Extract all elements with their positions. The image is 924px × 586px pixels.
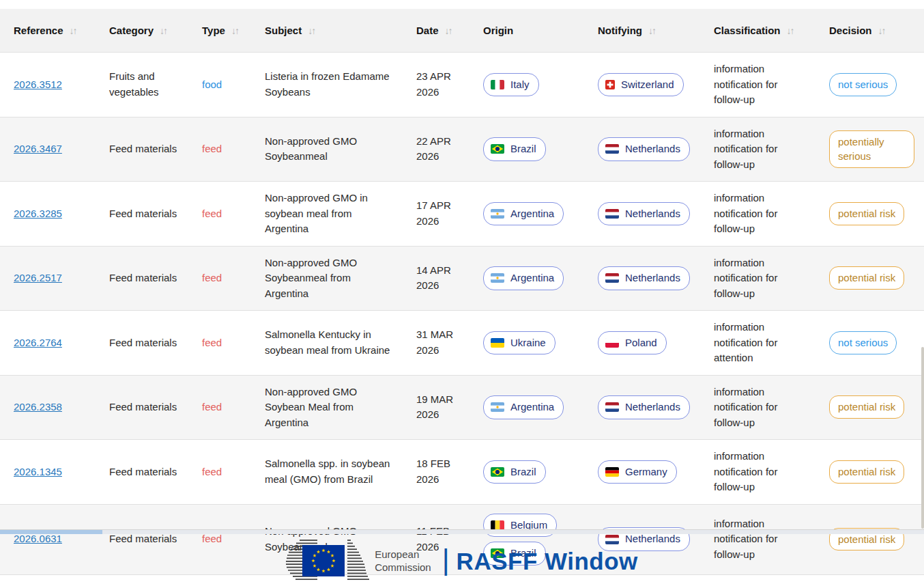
country-label: Poland [625, 335, 657, 351]
flag-brazil-icon [491, 467, 504, 477]
reference-link[interactable]: 2026.2517 [14, 272, 62, 283]
ec-wordmark-line2: Commission [375, 561, 431, 574]
subject-text: Non-approved GMO Soybeanmeal [265, 135, 357, 163]
sort-icon[interactable]: ↓↑ [445, 25, 452, 36]
sort-icon[interactable]: ↓↑ [160, 25, 167, 36]
cell-category: Feed materials [96, 440, 188, 505]
cell-notifying: Poland [584, 311, 700, 376]
category-text: Feed materials [109, 401, 177, 413]
date-text: 23 APR 2026 [416, 70, 451, 98]
cell-type: feed [188, 375, 251, 440]
sort-icon[interactable]: ↓↑ [308, 25, 315, 36]
table-row: 2026.1345Feed materialsfeedSalmonella sp… [0, 440, 924, 505]
origin-pill-list: Italy [483, 73, 575, 97]
type-tag: feed [202, 401, 222, 413]
notifying-pill-list: Netherlands [598, 266, 691, 290]
category-text: Feed materials [109, 272, 177, 283]
reference-link[interactable]: 2026.3512 [14, 79, 62, 90]
reference-link[interactable]: 2026.3467 [14, 143, 62, 154]
type-tag: feed [202, 208, 222, 219]
sort-icon[interactable]: ↓↑ [70, 25, 76, 36]
cell-date: 31 MAR 2026 [403, 311, 470, 376]
column-header-type[interactable]: Type↓↑ [188, 9, 251, 53]
horizontal-scrollbar[interactable] [0, 529, 924, 534]
vertical-scrollbar[interactable] [921, 347, 924, 529]
sort-icon[interactable]: ↓↑ [648, 25, 655, 36]
type-tag: feed [202, 337, 222, 348]
sort-icon[interactable]: ↓↑ [878, 25, 885, 36]
country-label: Brazil [510, 141, 536, 157]
cell-subject: Salmonella Kentucky in soybean meal from… [251, 311, 403, 376]
column-label: Classification [714, 25, 781, 36]
flag-germany-icon [605, 467, 619, 477]
cell-type: food [188, 53, 251, 117]
column-header-date[interactable]: Date↓↑ [403, 9, 470, 53]
table-row: 2026.2764Feed materialsfeedSalmonella Ke… [0, 311, 924, 376]
notifying-pill-list: Poland [598, 331, 691, 355]
date-text: 17 APR 2026 [416, 199, 451, 227]
column-label: Date [416, 25, 439, 36]
category-text: Feed materials [109, 143, 177, 154]
notifying-country-pill: Germany [598, 460, 677, 484]
column-header-reference[interactable]: Reference↓↑ [0, 9, 96, 53]
sort-icon[interactable]: ↓↑ [231, 25, 238, 36]
category-text: Feed materials [109, 466, 177, 477]
country-label: Netherlands [625, 270, 680, 286]
eu-flag [302, 545, 345, 576]
notifications-table-container: Reference↓↑Category↓↑Type↓↑Subject↓↑Date… [0, 9, 924, 575]
origin-country-pill: Argentina [483, 395, 564, 419]
cell-decision: potential risk [815, 182, 924, 247]
origin-pill-list: Argentina [483, 395, 575, 419]
cell-category: Feed materials [96, 117, 188, 182]
cell-reference: 2026.2517 [0, 246, 96, 311]
date-text: 22 APR 2026 [416, 135, 451, 163]
type-tag: feed [202, 143, 222, 154]
notifying-country-pill: Netherlands [598, 202, 690, 226]
category-text: Feed materials [109, 208, 177, 219]
reference-link[interactable]: 2026.1345 [14, 466, 62, 477]
cell-category: Fruits and vegetables [96, 53, 188, 117]
origin-country-pill: Italy [483, 73, 539, 97]
country-label: Ukraine [510, 335, 546, 351]
column-header-decision[interactable]: Decision↓↑ [815, 9, 924, 53]
classification-text: information notification for follow-up [714, 63, 777, 105]
european-commission-logo [286, 539, 369, 584]
app-title: RASFF Window [457, 548, 638, 575]
column-header-notifying[interactable]: Notifying↓↑ [584, 9, 700, 53]
classification-text: information notification for follow-up [714, 192, 777, 234]
reference-link[interactable]: 2026.2764 [14, 337, 62, 348]
column-header-classification[interactable]: Classification↓↑ [700, 9, 815, 53]
classification-text: information notification for follow-up [714, 257, 777, 299]
subject-text: Listeria in frozen Edamame Soybeans [265, 70, 390, 98]
cell-origin: Argentina [470, 375, 584, 440]
footer-separator: | [442, 546, 450, 574]
cell-notifying: Netherlands [584, 246, 700, 311]
decision-badge: not serious [829, 73, 897, 96]
cell-notifying: Switzerland [584, 53, 700, 117]
table-row: 2026.2517Feed materialsfeedNon-approved … [0, 246, 924, 311]
flag-netherlands-icon [605, 144, 619, 154]
cell-classification: information notification for follow-up [700, 440, 815, 505]
classification-text: information notification for follow-up [714, 450, 777, 492]
cell-classification: information notification for follow-up [700, 53, 815, 117]
flag-netherlands-icon [605, 402, 619, 412]
horizontal-scrollbar-thumb[interactable] [0, 530, 102, 534]
country-label: Netherlands [625, 206, 680, 222]
column-header-subject[interactable]: Subject↓↑ [251, 9, 403, 53]
notifying-pill-list: Netherlands [598, 202, 691, 226]
reference-link[interactable]: 2026.3285 [14, 208, 62, 219]
cell-date: 22 APR 2026 [403, 117, 470, 182]
country-label: Switzerland [621, 77, 674, 93]
column-header-category[interactable]: Category↓↑ [96, 9, 188, 53]
notifying-country-pill: Netherlands [598, 266, 690, 290]
cell-classification: information notification for follow-up [700, 117, 815, 182]
sort-icon[interactable]: ↓↑ [787, 25, 794, 36]
decision-badge: not serious [829, 331, 897, 354]
cell-decision: potentially serious [815, 117, 924, 182]
cell-classification: information notification for follow-up [700, 182, 815, 247]
date-text: 18 FEB 2026 [416, 458, 450, 485]
cell-subject: Salmonella spp. in soybean meal (GMO) fr… [251, 440, 403, 505]
subject-text: Non-approved GMO Soybeanmeal from Argent… [265, 257, 357, 299]
reference-link[interactable]: 2026.2358 [14, 401, 62, 413]
country-label: Argentina [510, 206, 554, 222]
